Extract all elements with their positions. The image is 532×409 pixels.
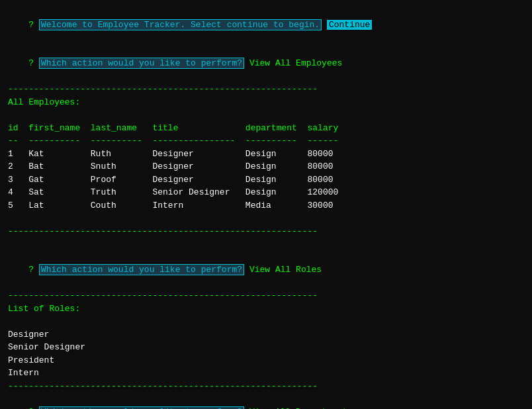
roles-header: List of Roles: [8,302,524,316]
divider-4: ----------------------------------------… [8,380,524,393]
prompt-symbol-3: ? [28,265,39,275]
blank-4 [8,315,524,328]
table-sep: -- ---------- ---------- ---------------… [8,134,524,148]
welcome-line: ? Welcome to Employee Tracker. Select co… [8,5,524,44]
table-row: 4 Sat Truth Senior Designer Design 12000… [8,186,524,199]
divider-3: ----------------------------------------… [8,289,524,302]
employees-header: All Employees: [8,96,524,109]
role-item: Intern [8,367,524,380]
table-row: 1 Kat Ruth Designer Design 80000 [8,148,524,161]
table-header: id first_name last_name title department… [8,122,524,135]
table-row: 2 Bat Snuth Designer Design 80000 [8,160,524,173]
action-question-1: Which action would you like to perform? [39,58,244,69]
action-answer-3: View All Departments [249,407,353,410]
blank-3 [8,238,524,251]
prompt-symbol-2: ? [28,58,39,68]
prompt-symbol-4: ? [28,407,39,410]
action-prompt-1: ? Which action would you like to perform… [8,44,524,83]
action-question-3: Which action would you like to perform? [39,406,244,410]
divider-2: ----------------------------------------… [8,225,524,238]
role-item: President [8,354,524,367]
terminal-output: ? Welcome to Employee Tracker. Select co… [8,5,524,409]
role-item: Designer [8,328,524,341]
blank-1 [8,109,524,122]
divider-1: ----------------------------------------… [8,83,524,96]
table-row: 3 Gat Proof Designer Design 80000 [8,173,524,187]
action-prompt-3: ? Which action would you like to perform… [8,392,524,409]
action-answer-2: View All Roles [249,265,322,275]
blank-2 [8,212,524,225]
continue-button[interactable]: Continue [327,20,372,30]
welcome-text: Welcome to Employee Tracker. Select cont… [39,19,322,30]
table-row: 5 Lat Couth Intern Media 30000 [8,199,524,212]
role-item: Senior Designer [8,341,524,354]
prompt-symbol: ? [28,20,39,30]
action-question-2: Which action would you like to perform? [39,264,244,275]
action-prompt-2: ? Which action would you like to perform… [8,251,524,290]
action-answer-1: View All Employees [249,58,342,68]
